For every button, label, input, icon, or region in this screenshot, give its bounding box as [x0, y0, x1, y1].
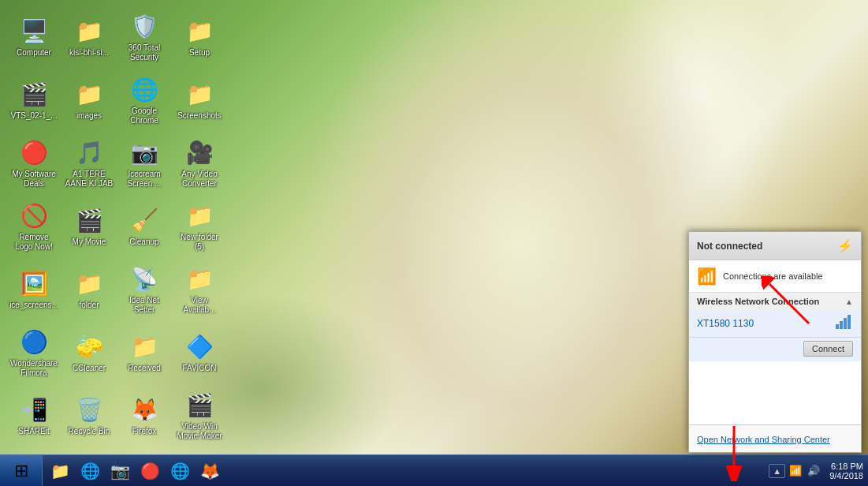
chevron-up-icon: ▲	[845, 297, 853, 306]
system-clock[interactable]: 6:18 PM 9/4/2018	[825, 462, 868, 480]
cleanup-label: Cleanup	[129, 237, 158, 247]
desktop-icon-idea-net[interactable]: 📡 Idea Net Setter	[117, 259, 172, 320]
open-network-link[interactable]: Open Network and Sharing Center	[697, 435, 830, 444]
video-win-icon: 🎬	[185, 391, 214, 420]
setup-label: Setup	[189, 48, 210, 58]
popup-footer: Open Network and Sharing Center	[689, 424, 861, 452]
show-hidden-icons[interactable]: ▲	[769, 464, 785, 478]
desktop-icon-images[interactable]: 📁 images	[61, 69, 117, 131]
desktop-icon-recycle-bin[interactable]: 🗑️ Recycle Bin	[61, 385, 117, 447]
network-tray-icon[interactable]: 📶	[788, 463, 803, 478]
start-button[interactable]: ⊞	[0, 455, 43, 487]
view-availab-label: View Availab...	[175, 296, 224, 315]
chrome-label: Google Chrome	[120, 107, 169, 125]
icecream-label: Icecream Screen ...	[120, 170, 169, 189]
kisi-bhi-label: kisi-bhi-si...	[69, 48, 109, 58]
desktop-icon-remove-logo[interactable]: 🚫 Remove Logo Now!	[6, 196, 61, 257]
network-name-label: XT1580 1130	[697, 318, 754, 329]
my-software-icon: 🔴	[20, 139, 48, 167]
desktop-icon-setup[interactable]: 📁 Setup	[172, 6, 227, 68]
idea-net-label: Idea Net Setter	[120, 296, 169, 315]
desktop-icon-vts[interactable]: 🎬 VTS_02-1_...	[6, 69, 61, 131]
network-item-xt1580[interactable]: XT1580 1130	[689, 310, 861, 338]
desktop-icon-video-win[interactable]: 🎬 Video Win Movie Maker	[172, 385, 227, 447]
taskbar-icon-explorer[interactable]: 📁	[46, 457, 74, 485]
any-video-icon: 🎥	[185, 139, 214, 167]
network-flash-icon: ⚡	[837, 238, 853, 253]
desktop-icon-view-availab[interactable]: 📁 View Availab...	[172, 259, 227, 320]
shareit-label: SHAREit	[18, 427, 49, 436]
security-icon: 🛡️	[130, 13, 158, 41]
ccleaner-icon: 🧽	[75, 333, 103, 361]
a1-tere-label: A1 TERE AANE KI JAB	[65, 170, 114, 189]
clock-date: 9/4/2018	[829, 471, 863, 480]
idea-net-icon: 📡	[130, 265, 158, 293]
connections-banner: 📶 Connections are available	[689, 260, 861, 293]
desktop-icon-ccleaner[interactable]: 🧽 CCleaner	[61, 322, 117, 383]
desktop-icon-any-video[interactable]: 🎥 Any Video Converter	[172, 133, 227, 194]
desktop-icon-chrome[interactable]: 🌐 Google Chrome	[117, 69, 172, 131]
taskbar-icon-chrome[interactable]: 🌐	[166, 457, 194, 485]
my-movie-label: My Movie	[73, 237, 106, 247]
remove-logo-label: Remove Logo Now!	[9, 233, 58, 252]
desktop-icon-my-software[interactable]: 🔴 My Software Deals	[6, 133, 61, 194]
desktop-icon-a1-tere[interactable]: 🎵 A1 TERE AANE KI JAB	[61, 133, 117, 194]
desktop-icon-wondershare[interactable]: 🔵 Wondershare Filmora	[6, 322, 61, 383]
desktop-icon-icecream[interactable]: 📷 Icecream Screen ...	[117, 133, 172, 194]
clock-time: 6:18 PM	[831, 462, 863, 471]
signal-icon: 📶	[697, 267, 717, 286]
recycle-bin-label: Recycle Bin	[69, 427, 110, 436]
my-movie-icon: 🎬	[75, 207, 103, 235]
desktop-icon-firefox[interactable]: 🦊 Firefox	[117, 385, 172, 447]
taskbar-pinned-icons: 📁 🌐 📷 🔴 🌐 🦊	[43, 457, 766, 485]
notification-area: ▲ 📶 🔊	[766, 463, 825, 478]
desktop-icon-favicon[interactable]: 🔷 FAVICON	[172, 322, 227, 383]
desktop-icon-360security[interactable]: 🛡️ 360 Total Security	[117, 6, 172, 68]
desktop-icon-computer[interactable]: 🖥️ Computer	[6, 6, 61, 68]
desktop-icon-shareit[interactable]: 📲 SHAREit	[6, 385, 61, 447]
connect-button[interactable]: Connect	[803, 341, 853, 357]
connections-available-text: Connections are available	[723, 271, 823, 281]
connect-row: Connect	[689, 338, 861, 361]
volume-tray-icon[interactable]: 🔊	[806, 463, 821, 478]
computer-icon: 🖥️	[20, 17, 48, 46]
vts-icon: 🎬	[20, 80, 48, 109]
images-label: images	[76, 111, 102, 121]
taskbar-icon-screenshot[interactable]: 📷	[106, 457, 134, 485]
empty-networks-area	[689, 361, 861, 424]
shareit-icon: 📲	[20, 396, 48, 424]
taskbar-icon-app1[interactable]: 🔴	[136, 457, 164, 485]
folder2-icon: 📁	[75, 270, 103, 298]
icecream-icon: 📷	[130, 139, 158, 167]
remove-logo-icon: 🚫	[20, 202, 48, 230]
new-folder-label: New folder (5)	[175, 233, 224, 252]
wondershare-label: Wondershare Filmora	[9, 359, 58, 378]
screenshots-icon: 📁	[185, 80, 214, 109]
desktop-icon-received[interactable]: 📁 Received	[117, 322, 172, 383]
a1-tere-icon: 🎵	[75, 139, 103, 167]
desktop-icon-cleanup[interactable]: 🧹 Cleanup	[117, 196, 172, 257]
popup-header: Not connected ⚡	[689, 232, 861, 260]
received-label: Received	[128, 364, 161, 373]
svg-rect-3	[848, 315, 851, 329]
desktop-icon-kisi-bhi[interactable]: 📁 kisi-bhi-si...	[61, 6, 117, 68]
received-icon: 📁	[130, 333, 158, 361]
network-signal-icon	[836, 315, 853, 332]
desktop-icon-folder[interactable]: 📁 folder	[61, 259, 117, 320]
images-icon: 📁	[75, 80, 103, 109]
recycle-bin-icon: 🗑️	[75, 396, 103, 424]
desktop-icon-new-folder[interactable]: 📁 New folder (5)	[172, 196, 227, 257]
cleanup-icon: 🧹	[130, 207, 158, 235]
wireless-section-header[interactable]: Wireless Network Connection ▲	[689, 293, 861, 310]
screenshots-label: Screenshots	[177, 111, 222, 121]
taskbar: ⊞ 📁 🌐 📷 🔴 🌐 🦊 ▲ 📶 🔊 6:18 PM 9/4/2018	[0, 454, 868, 486]
my-software-label: My Software Deals	[9, 170, 58, 189]
taskbar-icon-firefox[interactable]: 🦊	[196, 457, 224, 485]
network-popup: Not connected ⚡ 📶 Connections are availa…	[688, 231, 862, 453]
desktop-icon-screenshots[interactable]: 📁 Screenshots	[172, 69, 227, 131]
desktop-icon-my-movie[interactable]: 🎬 My Movie	[61, 196, 117, 257]
chrome-icon: 🌐	[130, 76, 158, 104]
svg-rect-0	[836, 324, 839, 329]
desktop-icon-ice-screens[interactable]: 🖼️ ice_screens...	[6, 259, 61, 320]
taskbar-icon-ie[interactable]: 🌐	[76, 457, 104, 485]
